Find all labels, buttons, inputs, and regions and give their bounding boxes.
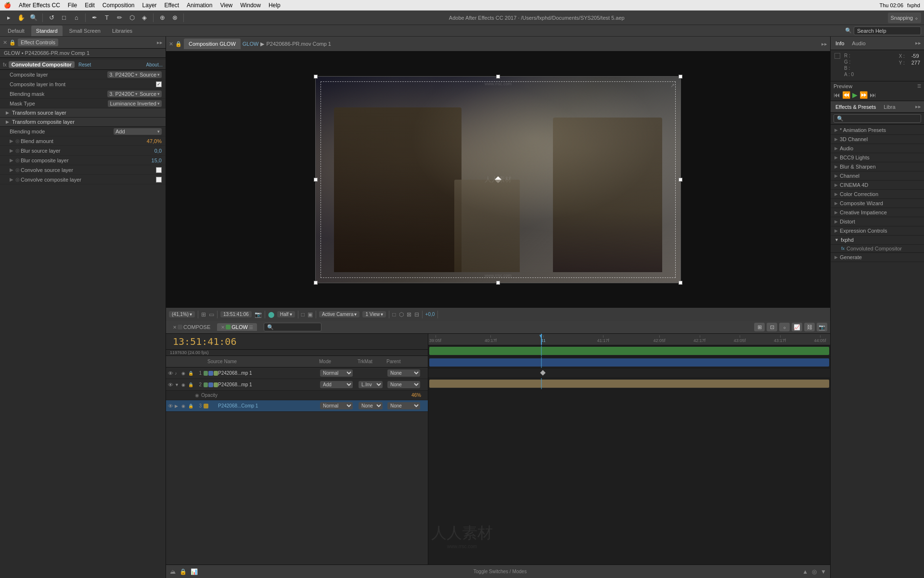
- layer1-mode[interactable]: NormalAdd: [320, 369, 353, 377]
- cat-animation-presets[interactable]: ▶ * Animation Presets: [831, 126, 924, 135]
- convolve-source-checkbox[interactable]: [156, 167, 162, 173]
- effects-panel-expand[interactable]: ▸▸: [915, 104, 921, 110]
- ws-tab-default[interactable]: Default: [3, 26, 29, 36]
- tl-bottom-graph[interactable]: 📊: [191, 568, 198, 575]
- tool-rotate[interactable]: ↺: [46, 12, 57, 24]
- cat-expression-controls[interactable]: ▶ Expression Controls: [831, 226, 924, 236]
- cat-3d-channel[interactable]: ▶ 3D Channel: [831, 135, 924, 144]
- layer3-mode[interactable]: NormalAdd: [320, 402, 353, 409]
- tl-bottom-lock[interactable]: 🔒: [180, 568, 187, 575]
- tl-tool-graph[interactable]: 📈: [792, 323, 802, 331]
- opacity-value[interactable]: 46%: [407, 393, 426, 398]
- layer2-solo[interactable]: ◉: [181, 382, 188, 387]
- blending-mode-dropdown[interactable]: Add ▾: [114, 128, 162, 135]
- cat-distort[interactable]: ▶ Distort: [831, 217, 924, 226]
- composite-layer-dropdown[interactable]: 3. P2420C ▾ Source ▾: [107, 71, 162, 78]
- left-panel-expand[interactable]: ▸▸: [157, 39, 163, 46]
- menu-effect[interactable]: Effect: [165, 2, 179, 9]
- tl-tool-keyframe[interactable]: ⬦: [779, 323, 790, 331]
- footer-safe-icon[interactable]: ▭: [209, 311, 214, 318]
- footer-quality[interactable]: Half ▾: [277, 311, 295, 317]
- reset-button[interactable]: Reset: [78, 62, 91, 67]
- about-button[interactable]: About...: [146, 62, 163, 67]
- tl-bottom-arrow-down[interactable]: ▼: [821, 568, 826, 575]
- layer2-mode[interactable]: NormalAdd: [320, 381, 353, 388]
- footer-time[interactable]: 13:51:41:06: [220, 311, 252, 317]
- effect-name-badge[interactable]: Convoluted Compositor: [9, 61, 75, 68]
- cat-composite-wizard[interactable]: ▶ Composite Wizard: [831, 199, 924, 208]
- effect-enable-checkbox[interactable]: fx: [3, 62, 7, 67]
- prev-last[interactable]: ⏭: [870, 91, 876, 99]
- footer-camera-view[interactable]: Active Camera ▾: [319, 311, 360, 317]
- layer1-solo[interactable]: ◉: [181, 371, 188, 376]
- transform-composite-section[interactable]: ▶ Transform composite layer: [0, 118, 166, 127]
- layer3-eye[interactable]: 👁: [168, 403, 175, 409]
- cat-audio[interactable]: ▶ Audio: [831, 144, 924, 153]
- cat-channel[interactable]: ▶ Channel: [831, 171, 924, 181]
- left-panel-lock[interactable]: 🔒: [9, 39, 16, 46]
- composite-front-checkbox[interactable]: [156, 81, 162, 87]
- tl-tab-glow[interactable]: ✕ GLOW ☰: [217, 323, 257, 331]
- tool-select[interactable]: ▸: [3, 12, 14, 24]
- layer2-trkmat[interactable]: L.InvNone: [359, 381, 383, 388]
- menu-window[interactable]: Window: [240, 2, 261, 9]
- tool-text[interactable]: T: [101, 12, 113, 24]
- tool-zoom[interactable]: 🔍: [28, 12, 39, 24]
- tl-tab-compose[interactable]: ✕ COMPOSE: [169, 323, 214, 331]
- layer3-lock[interactable]: 🔒: [188, 404, 195, 408]
- layer2-parent[interactable]: None: [387, 381, 420, 388]
- rpanel-tab-audio[interactable]: Audio: [850, 39, 867, 47]
- menu-layer[interactable]: Layer: [142, 2, 157, 9]
- tl-bottom-arrow-up[interactable]: ▲: [802, 568, 808, 575]
- prev-forward[interactable]: ⏩: [860, 91, 868, 99]
- tool-puppet[interactable]: ⌂: [71, 12, 82, 24]
- tool-pin[interactable]: ⊕: [156, 12, 168, 24]
- blending-mask-dropdown[interactable]: 3. P2420C ▾ Source ▾: [107, 91, 162, 97]
- breadcrumb-glow[interactable]: GLOW: [243, 41, 259, 47]
- left-panel-close[interactable]: ✕: [3, 39, 7, 46]
- menu-composition[interactable]: Composition: [103, 2, 135, 9]
- blur-source-value[interactable]: 0,0: [123, 148, 162, 154]
- layer3-trkmat[interactable]: None: [359, 402, 383, 409]
- menu-animation[interactable]: Animation: [187, 2, 212, 9]
- footer-coords[interactable]: (41,1%) ▾: [169, 311, 195, 317]
- footer-view-count[interactable]: 1 View ▾: [362, 311, 386, 317]
- layer3-solo[interactable]: ◉: [181, 404, 188, 408]
- tl-tool-compose[interactable]: ⊞: [754, 323, 765, 331]
- mask-type-dropdown[interactable]: Luminance Inverted ▾: [108, 100, 162, 107]
- footer-camera-icon[interactable]: 📷: [255, 311, 262, 318]
- menu-aftereffects[interactable]: After Effects CC: [19, 2, 60, 9]
- cat-creative-impatience[interactable]: ▶ Creative Impatience: [831, 208, 924, 217]
- layer1-audio[interactable]: ♪: [175, 371, 181, 376]
- rpanel-panel-expand[interactable]: ▸▸: [915, 40, 921, 46]
- tool-camera[interactable]: □: [58, 12, 70, 24]
- menu-file[interactable]: File: [68, 2, 77, 9]
- effects-search-input[interactable]: [834, 114, 921, 123]
- prev-back[interactable]: ⏪: [842, 91, 850, 99]
- menu-edit[interactable]: Edit: [85, 2, 95, 9]
- footer-grid-icon[interactable]: ⊞: [201, 311, 206, 318]
- layer3-toggle[interactable]: ▶: [175, 404, 181, 408]
- footer-exposure-icon[interactable]: ▣: [308, 311, 313, 318]
- tl-tool-camera[interactable]: 📷: [817, 323, 827, 331]
- layer1-eye[interactable]: 👁: [168, 370, 175, 376]
- cat-bcc9-lights[interactable]: ▶ BCC9 Lights: [831, 153, 924, 162]
- sub-convoluted-compositor[interactable]: fx Convoluted Compositor: [831, 245, 924, 253]
- blend-amount-value[interactable]: 47,0%: [123, 138, 162, 144]
- timeline-timecode[interactable]: 13:51:41:06: [169, 335, 240, 348]
- menu-view[interactable]: View: [220, 2, 232, 9]
- effects-libra-tab[interactable]: Libra: [882, 103, 897, 111]
- footer-timeline-icon[interactable]: ⊟: [414, 311, 419, 318]
- tl-tool-parent[interactable]: ⊡: [767, 323, 777, 331]
- comp-close[interactable]: ✕: [169, 41, 173, 47]
- footer-resolution-icon[interactable]: □: [301, 311, 305, 318]
- cat-blur-sharpen[interactable]: ▶ Blur & Sharpen: [831, 162, 924, 171]
- layer2-lock[interactable]: 🔒: [188, 382, 195, 387]
- layer2-toggle[interactable]: ▼: [175, 382, 181, 387]
- tool-brush[interactable]: ✏: [114, 12, 125, 24]
- ws-tab-small-screen[interactable]: Small Screen: [64, 26, 105, 36]
- cat-cinema4d[interactable]: ▶ CINEMA 4D: [831, 181, 924, 190]
- footer-draft-icon[interactable]: ⊠: [407, 311, 411, 318]
- blur-composite-value[interactable]: 15,0: [123, 158, 162, 163]
- ws-tab-libraries[interactable]: Libraries: [107, 26, 137, 36]
